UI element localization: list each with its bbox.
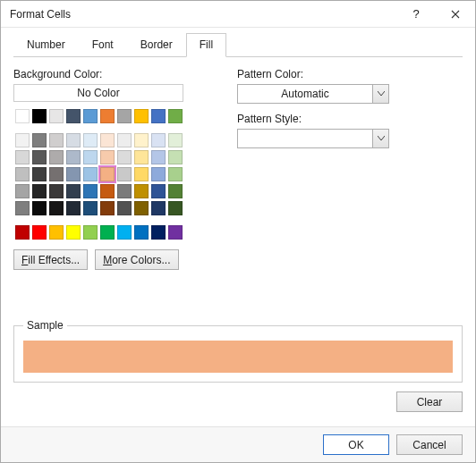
color-swatch[interactable] <box>117 184 132 198</box>
color-swatch[interactable] <box>49 133 64 147</box>
dialog-footer: OK Cancel <box>1 426 475 462</box>
cancel-button[interactable]: Cancel <box>396 434 463 455</box>
color-swatch[interactable] <box>49 201 64 215</box>
color-swatch[interactable] <box>49 184 64 198</box>
color-swatch[interactable] <box>151 201 166 215</box>
color-swatch[interactable] <box>168 167 183 181</box>
color-swatch[interactable] <box>32 109 47 123</box>
color-swatch[interactable] <box>100 201 115 215</box>
color-swatch[interactable] <box>134 133 149 147</box>
color-swatch[interactable] <box>66 133 81 147</box>
color-swatch[interactable] <box>100 109 115 123</box>
color-swatch[interactable] <box>134 109 149 123</box>
clear-button[interactable]: Clear <box>396 391 463 412</box>
color-swatch[interactable] <box>151 184 166 198</box>
color-swatch[interactable] <box>32 225 47 240</box>
color-swatch[interactable] <box>117 201 132 215</box>
color-swatch[interactable] <box>168 225 183 240</box>
help-button[interactable]: ? <box>396 1 436 28</box>
color-swatch[interactable] <box>32 184 47 198</box>
color-swatch[interactable] <box>66 225 81 240</box>
color-swatch[interactable] <box>15 109 30 123</box>
color-swatch[interactable] <box>49 109 64 123</box>
pattern-color-label: Pattern Color: <box>237 68 463 80</box>
color-swatch[interactable] <box>83 225 98 240</box>
color-swatch[interactable] <box>83 109 98 123</box>
color-swatch[interactable] <box>83 201 98 215</box>
color-swatch[interactable] <box>66 109 81 123</box>
tab-strip: NumberFontBorderFill <box>13 33 463 57</box>
sample-preview <box>23 341 453 373</box>
color-swatch[interactable] <box>134 201 149 215</box>
color-swatch[interactable] <box>117 167 132 181</box>
color-swatch[interactable] <box>83 184 98 198</box>
color-swatch[interactable] <box>15 225 30 240</box>
close-icon <box>451 10 460 19</box>
color-swatch[interactable] <box>134 150 149 164</box>
tab-border[interactable]: Border <box>127 33 186 57</box>
color-swatch[interactable] <box>15 184 30 198</box>
color-swatch[interactable] <box>49 167 64 181</box>
chevron-down-icon <box>372 85 388 103</box>
color-swatch[interactable] <box>15 150 30 164</box>
color-swatch[interactable] <box>100 167 115 181</box>
color-swatch[interactable] <box>32 133 47 147</box>
close-button[interactable] <box>436 1 475 28</box>
color-swatch[interactable] <box>151 109 166 123</box>
color-swatch[interactable] <box>151 225 166 240</box>
color-swatch[interactable] <box>66 150 81 164</box>
tab-font[interactable]: Font <box>79 33 127 57</box>
color-swatch[interactable] <box>83 133 98 147</box>
color-swatch[interactable] <box>117 133 132 147</box>
color-swatch[interactable] <box>117 225 132 240</box>
color-swatch[interactable] <box>32 201 47 215</box>
color-swatch[interactable] <box>66 201 81 215</box>
more-colors-button[interactable]: More Colors... <box>95 249 178 270</box>
ok-button[interactable]: OK <box>323 434 389 455</box>
color-swatch[interactable] <box>134 225 149 240</box>
sample-legend: Sample <box>23 319 67 332</box>
color-swatch[interactable] <box>168 150 183 164</box>
tab-number[interactable]: Number <box>13 33 79 57</box>
pattern-style-dropdown[interactable] <box>237 129 389 148</box>
color-swatch[interactable] <box>117 150 132 164</box>
color-swatch[interactable] <box>168 133 183 147</box>
color-swatch[interactable] <box>49 150 64 164</box>
color-swatch[interactable] <box>15 201 30 215</box>
pattern-style-label: Pattern Style: <box>237 113 463 125</box>
color-swatch[interactable] <box>100 184 115 198</box>
fill-effects-button[interactable]: Fill Effects... <box>13 249 88 270</box>
color-swatch[interactable] <box>15 133 30 147</box>
color-swatch[interactable] <box>134 184 149 198</box>
color-swatch[interactable] <box>66 167 81 181</box>
sample-fieldset: Sample <box>13 319 463 383</box>
color-swatch[interactable] <box>168 109 183 123</box>
color-palette <box>13 107 183 240</box>
color-swatch[interactable] <box>15 167 30 181</box>
titlebar: Format Cells ? <box>1 1 475 28</box>
pattern-color-dropdown[interactable]: Automatic <box>237 84 389 104</box>
color-swatch[interactable] <box>151 150 166 164</box>
color-swatch[interactable] <box>32 167 47 181</box>
color-swatch[interactable] <box>49 225 64 240</box>
chevron-down-icon <box>372 130 388 147</box>
pattern-color-value: Automatic <box>238 88 372 100</box>
color-swatch[interactable] <box>66 184 81 198</box>
color-swatch[interactable] <box>100 150 115 164</box>
color-swatch[interactable] <box>83 150 98 164</box>
color-swatch[interactable] <box>100 225 115 240</box>
color-swatch[interactable] <box>100 133 115 147</box>
color-swatch[interactable] <box>168 201 183 215</box>
background-color-label: Background Color: <box>13 68 210 80</box>
color-swatch[interactable] <box>32 150 47 164</box>
color-swatch[interactable] <box>151 133 166 147</box>
color-swatch[interactable] <box>83 167 98 181</box>
no-color-button[interactable]: No Color <box>13 84 183 102</box>
color-swatch[interactable] <box>168 184 183 198</box>
window-title: Format Cells <box>10 8 396 21</box>
tab-fill[interactable]: Fill <box>186 33 226 57</box>
color-swatch[interactable] <box>134 167 149 181</box>
color-swatch[interactable] <box>151 167 166 181</box>
color-swatch[interactable] <box>117 109 132 123</box>
